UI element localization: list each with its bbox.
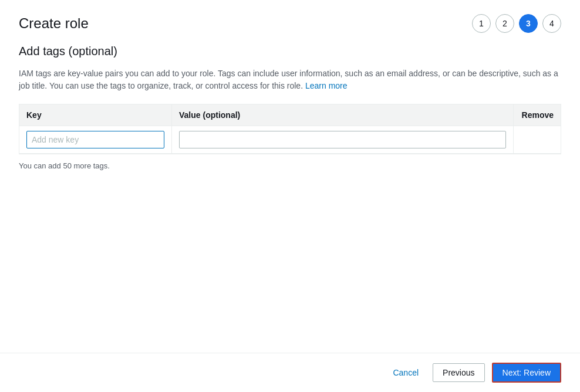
column-remove-header: Remove [514,104,561,126]
step-2: 2 [495,14,514,33]
key-input[interactable] [26,131,164,148]
key-cell [19,126,172,153]
main-content: Create role 1 2 3 4 Add tags (optional) … [0,0,580,353]
step-4: 4 [542,14,561,33]
tags-hint: You can add 50 more tags. [19,161,561,170]
tag-row-1 [19,126,561,154]
value-cell [172,126,514,153]
column-key-header: Key [19,104,172,126]
step-indicators: 1 2 3 4 [472,14,561,33]
header-row: Create role 1 2 3 4 [19,14,561,33]
description-text: IAM tags are key-value pairs you can add… [19,67,561,92]
cancel-button[interactable]: Cancel [386,364,426,381]
tags-table: Key Value (optional) Remove [19,104,561,154]
step-3: 3 [519,14,538,33]
page-title: Create role [19,15,89,32]
remove-cell [514,135,561,144]
page-container: Create role 1 2 3 4 Add tags (optional) … [0,0,580,392]
tags-table-header: Key Value (optional) Remove [19,104,561,126]
footer: Cancel Previous Next: Review [0,353,580,392]
learn-more-link[interactable]: Learn more [305,81,348,90]
column-value-header: Value (optional) [172,104,514,126]
next-review-button[interactable]: Next: Review [492,363,561,383]
step-1: 1 [472,14,491,33]
value-input[interactable] [179,131,506,148]
section-title: Add tags (optional) [19,45,561,58]
previous-button[interactable]: Previous [433,363,484,382]
